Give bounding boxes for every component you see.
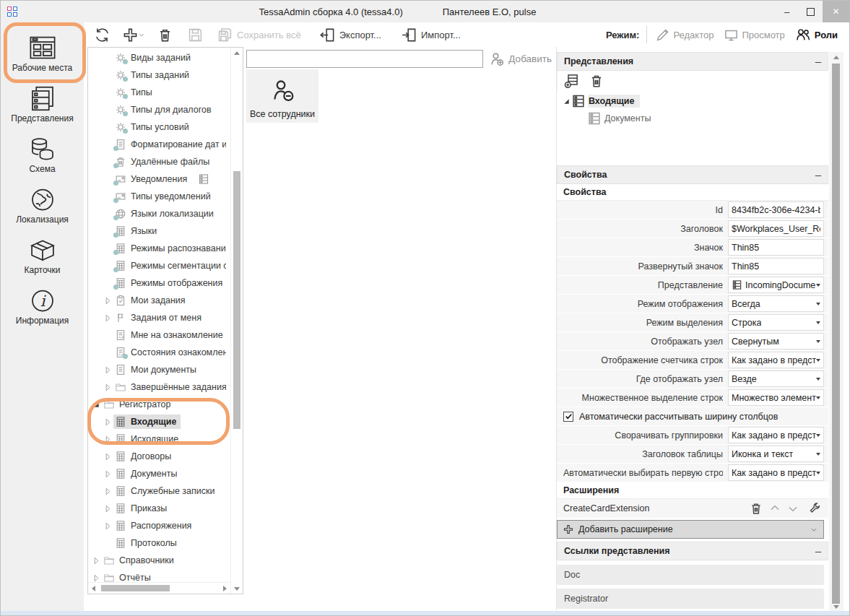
checkbox-checked[interactable]: [563, 412, 573, 422]
search-input[interactable]: [246, 50, 483, 68]
tree-item[interactable]: Удалённые файлы: [88, 153, 230, 170]
tree-item[interactable]: Входящие: [88, 413, 230, 430]
tree-item[interactable]: Договоры: [88, 448, 230, 465]
views-tree-item[interactable]: Документы: [557, 110, 828, 127]
expander-collapsed-icon[interactable]: [103, 296, 113, 305]
tree-item[interactable]: Распоряжения: [88, 517, 230, 534]
tree-item[interactable]: Языки локализации: [88, 205, 230, 222]
tree-item[interactable]: Мне на ознакомление: [88, 326, 230, 344]
scroll-right-icon[interactable]: [223, 586, 227, 591]
property-value-input[interactable]: Thin85: [728, 239, 824, 256]
tree-item[interactable]: Виды заданий: [88, 49, 230, 66]
tree-item[interactable]: Типы условий: [88, 118, 230, 136]
tree-item[interactable]: Завершённые задания: [88, 378, 230, 396]
sidebar-item-workplaces[interactable]: Рабочие места: [1, 28, 84, 79]
collapse-icon[interactable]: –: [815, 58, 821, 65]
collapse-icon[interactable]: –: [815, 171, 821, 178]
all-employees-tile[interactable]: Все сотрудники: [246, 69, 318, 123]
tree-item[interactable]: Регистратор: [88, 396, 230, 413]
tree-horizontal-scrollbar[interactable]: [88, 582, 230, 594]
mode-roles-button[interactable]: Роли: [796, 27, 838, 43]
sidebar-item-schema[interactable]: Схема: [1, 129, 84, 180]
minimize-button[interactable]: –: [775, 1, 799, 22]
save-button[interactable]: [188, 27, 203, 43]
property-value-dropdown[interactable]: Как задано в предста: [728, 427, 824, 443]
tree-item[interactable]: Мои задания: [88, 292, 230, 309]
tree-item[interactable]: Типы для диалогов: [88, 101, 230, 118]
expander-collapsed-icon[interactable]: [103, 504, 113, 513]
maximize-button[interactable]: [799, 1, 823, 22]
extension-row[interactable]: CreateCardExtension: [557, 499, 828, 518]
expander-collapsed-icon[interactable]: [91, 573, 102, 583]
property-value-dropdown[interactable]: Иконка и текст: [728, 446, 824, 462]
trash-icon[interactable]: [750, 502, 763, 515]
property-value-dropdown[interactable]: Множество элементо: [728, 389, 824, 406]
save-all-button[interactable]: Сохранить всё: [217, 27, 301, 43]
expander-collapsed-icon[interactable]: [91, 556, 102, 565]
expander-collapsed-icon[interactable]: [103, 487, 113, 496]
sidebar-item-views[interactable]: Представления: [1, 79, 84, 129]
property-value-dropdown[interactable]: Везде: [728, 370, 824, 387]
scrollbar-thumb[interactable]: [832, 64, 840, 604]
trash-icon[interactable]: [589, 74, 604, 88]
tree-item[interactable]: Типы заданий: [88, 66, 230, 84]
add-view-icon[interactable]: [564, 74, 578, 88]
move-up-icon[interactable]: [769, 503, 781, 514]
panel-vertical-scrollbar[interactable]: [829, 52, 844, 612]
tree-item[interactable]: Форматирование дат и: [88, 136, 230, 153]
tree-item[interactable]: Состояния ознакомлени: [88, 344, 230, 361]
collapse-icon[interactable]: –: [815, 547, 821, 555]
tree-item[interactable]: Приказы: [88, 500, 230, 517]
add-role-button[interactable]: Добавить: [490, 52, 552, 66]
property-value-input[interactable]: $Workplaces_User_Regis: [728, 220, 824, 237]
sidebar-item-cards[interactable]: Карточки: [1, 230, 84, 281]
scroll-up-icon[interactable]: [833, 56, 839, 59]
expander-expanded-icon[interactable]: [91, 400, 102, 409]
move-down-icon[interactable]: [787, 503, 799, 514]
tree-item[interactable]: Мои документы: [88, 361, 230, 378]
export-button[interactable]: Экспорт...: [320, 27, 381, 43]
scroll-down-icon[interactable]: [234, 587, 240, 591]
tree-item[interactable]: Протоколы: [88, 534, 230, 552]
property-value-dropdown[interactable]: Свернутым: [728, 333, 824, 350]
scrollbar-thumb[interactable]: [233, 171, 240, 429]
view-link-row[interactable]: Doc: [557, 565, 824, 585]
tree-item[interactable]: Задания от меня: [88, 309, 230, 326]
expander-collapsed-icon[interactable]: [103, 452, 113, 461]
expander-collapsed-icon[interactable]: [103, 435, 113, 444]
expander-expanded-icon[interactable]: [561, 97, 571, 106]
property-value-input[interactable]: 8434fb2c-306e-4234-b9: [728, 201, 824, 218]
expander-collapsed-icon[interactable]: [103, 417, 113, 427]
property-value-input[interactable]: Thin85: [728, 258, 824, 274]
tree-item[interactable]: Типы: [88, 84, 230, 101]
tree-item[interactable]: Служебные записки: [88, 482, 230, 500]
expander-collapsed-icon[interactable]: [103, 383, 113, 392]
tree-item[interactable]: Режимы отображения: [88, 274, 230, 292]
property-value-dropdown[interactable]: IncomingDocume: [728, 277, 824, 293]
scroll-up-icon[interactable]: [234, 51, 240, 55]
tree-vertical-scrollbar[interactable]: [230, 48, 243, 594]
property-value-dropdown[interactable]: Как задано в предста: [728, 352, 824, 368]
add-button[interactable]: [123, 27, 144, 43]
expander-collapsed-icon[interactable]: [103, 469, 113, 479]
add-extension-dropdown[interactable]: Добавить расширение: [557, 520, 824, 539]
tree-item[interactable]: Уведомления: [88, 170, 230, 188]
tree-item[interactable]: Языки: [88, 222, 230, 240]
tree-item[interactable]: Отчёты: [88, 569, 230, 582]
mode-view-button[interactable]: Просмотр: [724, 28, 784, 42]
tree-item[interactable]: Режимы распознавания: [88, 240, 230, 257]
property-value-dropdown[interactable]: Строка: [728, 314, 824, 331]
sidebar-item-localization[interactable]: Локализация: [1, 180, 84, 230]
delete-button[interactable]: [157, 27, 173, 43]
expander-collapsed-icon[interactable]: [103, 313, 113, 323]
expander-collapsed-icon[interactable]: [103, 521, 113, 531]
scroll-down-icon[interactable]: [833, 605, 839, 609]
sidebar-item-information[interactable]: Информация: [1, 281, 84, 331]
mode-editor-button[interactable]: Редактор: [656, 28, 714, 42]
tree-item[interactable]: Документы: [88, 465, 230, 482]
property-value-dropdown[interactable]: Всегда: [728, 295, 824, 312]
view-link-row[interactable]: Registrator: [557, 589, 824, 609]
scrollbar-thumb[interactable]: [101, 585, 170, 591]
tree-item[interactable]: Исходящие: [88, 430, 230, 448]
expander-collapsed-icon[interactable]: [103, 365, 113, 375]
